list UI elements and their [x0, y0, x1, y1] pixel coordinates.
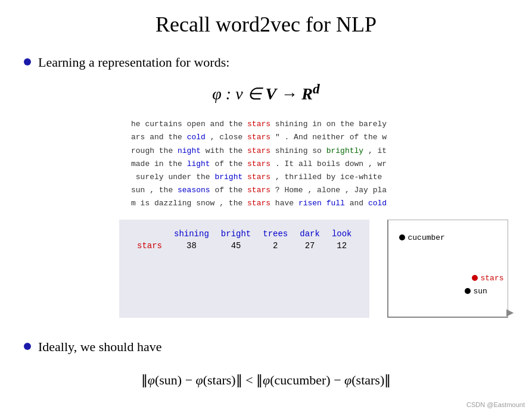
formula-phi: φ	[212, 85, 222, 103]
formula-v: v	[235, 85, 242, 103]
chart-x-arrow: ▶	[506, 306, 514, 318]
formula-in: ∈	[247, 85, 266, 103]
table-header-row: shining bright trees dark look	[131, 228, 357, 240]
stars-dot	[472, 275, 478, 281]
bottom-formula-text: ‖φ(sun) − φ(stars)‖ < ‖φ(cucumber) − φ(s…	[141, 373, 391, 387]
passage-line-4: made in the light of the stars . It all …	[131, 158, 405, 171]
middle-section: shining bright trees dark look stars 38 …	[119, 220, 508, 318]
bullet-text-1: Learning a representation for words:	[38, 55, 229, 70]
cucumber-dot	[399, 234, 405, 240]
formula-block: φ : v ∈ V → Rd	[24, 81, 508, 104]
table-cell-2: 2	[257, 240, 294, 252]
bottom-formula: ‖φ(sun) − φ(stars)‖ < ‖φ(cucumber) − φ(s…	[24, 373, 508, 388]
scatter-chart: cucumber stars sun ▶	[387, 220, 508, 318]
formula-sup: d	[313, 81, 320, 96]
stars-label: stars	[480, 274, 503, 283]
passage-line-1: he curtains open and the stars shining i…	[131, 118, 405, 131]
sun-label: sun	[473, 287, 487, 296]
table-header-bright: bright	[215, 228, 257, 240]
table-cell-27: 27	[294, 240, 326, 252]
watermark: CSDN @Eastmount	[466, 401, 525, 408]
bullet-text-2: Ideally, we should have	[38, 339, 162, 355]
chart-point-sun: sun	[465, 287, 487, 296]
formula-colon: :	[226, 85, 235, 103]
bullet-dot-1	[24, 58, 31, 65]
table-header-dark: dark	[294, 228, 326, 240]
word-table: shining bright trees dark look stars 38 …	[119, 220, 369, 318]
formula-R: R	[301, 85, 313, 103]
passage-line-3: rough the night with the stars shining s…	[131, 145, 405, 158]
text-passage: he curtains open and the stars shining i…	[131, 118, 405, 210]
chart-point-stars: stars	[472, 274, 503, 283]
table-data-row-stars: stars 38 45 2 27 12	[131, 240, 357, 252]
passage-line-7: m is dazzling snow , the stars have rise…	[131, 197, 405, 210]
passage-line-5: surely under the bright stars , thrilled…	[131, 171, 405, 184]
table-header-look: look	[326, 228, 358, 240]
table-header-shining: shining	[168, 228, 215, 240]
chart-point-cucumber: cucumber	[399, 233, 444, 242]
table-cell-12: 12	[326, 240, 358, 252]
passage-line-2: ars and the cold , close stars " . And n…	[131, 131, 405, 144]
table-header-trees: trees	[257, 228, 294, 240]
cucumber-label: cucumber	[407, 233, 444, 242]
bullet-section-2: Ideally, we should have	[24, 339, 508, 355]
table-cell-38: 38	[168, 240, 215, 252]
bullet-dot-2	[24, 343, 31, 350]
table-cell-45: 45	[215, 240, 257, 252]
table-row-label-stars: stars	[131, 240, 168, 252]
formula-V: V	[266, 85, 277, 103]
sun-dot	[465, 288, 471, 294]
bullet-section-1: Learning a representation for words:	[24, 55, 508, 70]
formula-arrow: →	[281, 85, 301, 103]
table-empty-cell	[131, 228, 168, 240]
passage-line-6: sun , the seasons of the stars ? Home , …	[131, 184, 405, 197]
page-title: Recall word2vec for NLP	[24, 12, 508, 37]
page: Recall word2vec for NLP Learning a repre…	[0, 0, 532, 400]
